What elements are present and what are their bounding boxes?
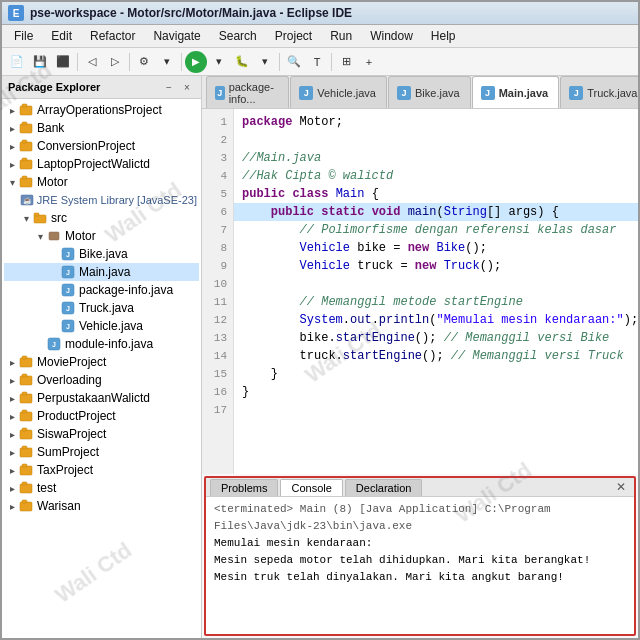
- code-editor[interactable]: 1234567891011121314151617 package Motor;…: [202, 109, 638, 474]
- menu-help[interactable]: Help: [423, 27, 464, 45]
- search-btn[interactable]: 🔍: [283, 51, 305, 73]
- console-output-line: Memulai mesin kendaraan:: [214, 535, 626, 552]
- open-persp-btn[interactable]: +: [358, 51, 380, 73]
- tree-item-module-info.java[interactable]: Jmodule-info.java: [4, 335, 199, 353]
- menu-navigate[interactable]: Navigate: [145, 27, 208, 45]
- editor-tab-Truck.java[interactable]: JTruck.java: [560, 76, 638, 108]
- tree-label: JRE System Library [JavaSE-23]: [37, 194, 197, 206]
- tab-icon: J: [397, 86, 411, 100]
- editor-tab-Bike.java[interactable]: JBike.java: [388, 76, 471, 108]
- console-close-btn[interactable]: ✕: [612, 478, 630, 496]
- tree-item-LaptopProjectWalictd[interactable]: ▸LaptopProjectWalictd: [4, 155, 199, 173]
- save-all-btn[interactable]: ⬛: [52, 51, 74, 73]
- svg-rect-44: [22, 500, 27, 503]
- tree-item-Main.java[interactable]: JMain.java: [4, 263, 199, 281]
- sep4: [279, 53, 280, 71]
- svg-rect-41: [20, 484, 32, 493]
- tree-item-Warisan[interactable]: ▸Warisan: [4, 497, 199, 515]
- tree-item-TaxProject[interactable]: ▸TaxProject: [4, 461, 199, 479]
- debug-btn[interactable]: 🐛: [231, 51, 253, 73]
- sidebar-minimize-btn[interactable]: −: [161, 79, 177, 95]
- line-number: 1: [206, 113, 227, 131]
- tree-label: TaxProject: [37, 463, 93, 477]
- svg-rect-6: [20, 160, 32, 169]
- tree-item-Motor-pkg[interactable]: ▾Motor: [4, 227, 199, 245]
- line-number: 8: [206, 239, 227, 257]
- tree-item-Overloading[interactable]: ▸Overloading: [4, 371, 199, 389]
- debug-arrow-btn[interactable]: ▾: [254, 51, 276, 73]
- tree-item-package-info.java[interactable]: Jpackage-info.java: [4, 281, 199, 299]
- save-btn[interactable]: 💾: [29, 51, 51, 73]
- forward-btn[interactable]: ▷: [104, 51, 126, 73]
- sidebar-controls: − ×: [161, 79, 195, 95]
- editor-tab-package-info[interactable]: Jpackage-info...: [206, 76, 289, 108]
- tree-label: SiswaProject: [37, 427, 106, 441]
- tree-item-ArrayOperationsProject[interactable]: ▸ArrayOperationsProject: [4, 101, 199, 119]
- line-number: 2: [206, 131, 227, 149]
- console-area: Problems Console Declaration ✕ <terminat…: [204, 476, 636, 636]
- perspective-btn[interactable]: ⊞: [335, 51, 357, 73]
- tree-item-ConversionProject[interactable]: ▸ConversionProject: [4, 137, 199, 155]
- svg-rect-30: [22, 374, 27, 377]
- tree-item-SiswaProject[interactable]: ▸SiswaProject: [4, 425, 199, 443]
- tree-label: Warisan: [37, 499, 81, 513]
- back-btn[interactable]: ◁: [81, 51, 103, 73]
- open-type-btn[interactable]: T: [306, 51, 328, 73]
- editor-tab-Vehicle.java[interactable]: JVehicle.java: [290, 76, 387, 108]
- tree-item-JRE[interactable]: ☕JRE System Library [JavaSE-23]: [4, 191, 199, 209]
- tab-icon: J: [481, 86, 495, 100]
- console-tab-problems[interactable]: Problems: [210, 479, 278, 496]
- tree-item-Bank[interactable]: ▸Bank: [4, 119, 199, 137]
- window-title: pse-workspace - Motor/src/Motor/Main.jav…: [30, 6, 352, 20]
- tree-label: Bank: [37, 121, 64, 135]
- package-explorer[interactable]: ▸ArrayOperationsProject▸Bank▸ConversionP…: [2, 99, 201, 638]
- code-line: package Motor;: [242, 113, 630, 131]
- tree-item-Truck.java[interactable]: JTruck.java: [4, 299, 199, 317]
- tree-item-ProductProject[interactable]: ▸ProductProject: [4, 407, 199, 425]
- svg-text:J: J: [66, 251, 70, 258]
- tree-item-src[interactable]: ▾src: [4, 209, 199, 227]
- new-btn[interactable]: 📄: [6, 51, 28, 73]
- tree-item-Bike.java[interactable]: JBike.java: [4, 245, 199, 263]
- toolbar: 📄 💾 ⬛ ◁ ▷ ⚙ ▾ ▶ ▾ 🐛 ▾ 🔍 T ⊞ +: [2, 48, 638, 76]
- menu-edit[interactable]: Edit: [43, 27, 80, 45]
- menu-project[interactable]: Project: [267, 27, 320, 45]
- code-content[interactable]: package Motor; //Main.java//Hak Cipta © …: [234, 109, 638, 474]
- tree-item-PerpustakaanWalictd[interactable]: ▸PerpustakaanWalictd: [4, 389, 199, 407]
- tree-label: PerpustakaanWalictd: [37, 391, 150, 405]
- tab-label: Bike.java: [415, 87, 460, 99]
- tree-item-Vehicle.java[interactable]: JVehicle.java: [4, 317, 199, 335]
- line-number: 17: [206, 401, 227, 419]
- sidebar-close-btn[interactable]: ×: [179, 79, 195, 95]
- menu-refactor[interactable]: Refactor: [82, 27, 143, 45]
- line-number: 11: [206, 293, 227, 311]
- tab-icon: J: [299, 86, 313, 100]
- tree-item-test[interactable]: ▸test: [4, 479, 199, 497]
- run-button[interactable]: ▶: [185, 51, 207, 73]
- build-arrow-btn[interactable]: ▾: [156, 51, 178, 73]
- code-line: //Main.java: [242, 149, 630, 167]
- menu-run[interactable]: Run: [322, 27, 360, 45]
- eclipse-ide-window: E pse-workspace - Motor/src/Motor/Main.j…: [0, 0, 640, 640]
- code-line: [242, 401, 630, 419]
- code-line: Vehicle truck = new Truck();: [242, 257, 630, 275]
- menu-search[interactable]: Search: [211, 27, 265, 45]
- tree-item-MovieProject[interactable]: ▸MovieProject: [4, 353, 199, 371]
- code-line: Vehicle bike = new Bike();: [242, 239, 630, 257]
- tree-item-SumProject[interactable]: ▸SumProject: [4, 443, 199, 461]
- svg-rect-0: [20, 106, 32, 115]
- svg-rect-33: [20, 412, 32, 421]
- menu-file[interactable]: File: [6, 27, 41, 45]
- editor-tab-Main.java[interactable]: JMain.java: [472, 76, 560, 109]
- console-tab-declaration[interactable]: Declaration: [345, 479, 423, 496]
- svg-rect-4: [20, 142, 32, 151]
- tree-label: Motor: [65, 229, 96, 243]
- build-btn[interactable]: ⚙: [133, 51, 155, 73]
- run-arrow-btn[interactable]: ▾: [208, 51, 230, 73]
- svg-rect-39: [20, 466, 32, 475]
- tree-item-Motor[interactable]: ▾Motor: [4, 173, 199, 191]
- svg-rect-43: [20, 502, 32, 511]
- console-tab-console[interactable]: Console: [280, 479, 342, 496]
- svg-rect-42: [22, 482, 27, 485]
- menu-window[interactable]: Window: [362, 27, 421, 45]
